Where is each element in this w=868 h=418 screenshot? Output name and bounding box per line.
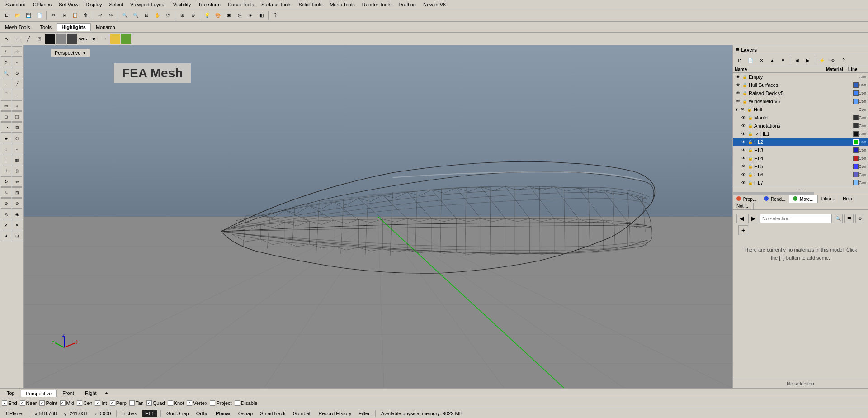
osnap-int[interactable]: ✓ Int [95,400,107,406]
status-smart-track[interactable]: SmartTrack [258,411,287,416]
layer-row-hl2[interactable]: 👁 🔒 HL2 Con [733,138,868,146]
tool-annot[interactable]: T [1,155,11,165]
tb2-arrow[interactable]: → [99,34,109,44]
toolbar-snap[interactable]: ⊕ [188,10,198,20]
menu-viewport-layout[interactable]: Viewport Layout [127,1,170,8]
layer-lock-hull[interactable]: 🔒 [746,106,753,113]
vp-tab-top[interactable]: Top [2,390,20,397]
layer-row-hl4[interactable]: 👁 🔒 HL4 Con [733,154,868,162]
tool-scale[interactable]: ⤡ [1,187,11,198]
layer-lock-hl5[interactable]: 🔒 [747,163,753,170]
toolbar-zoom-in[interactable]: 🔍 [120,10,130,20]
layers-hscroll[interactable] [733,192,868,195]
vp-tab-perspective[interactable]: Perspective [21,390,57,397]
toolbar-delete[interactable]: 🗑 [81,10,91,20]
osnap-cen[interactable]: ✓ Cen [77,400,92,406]
layer-lock-empty[interactable]: 🔒 [741,74,748,80]
nav-forward-btn[interactable]: ▶ [748,214,758,223]
tb2-3[interactable]: ╱ [24,34,33,44]
menu-standard[interactable]: Standard [2,1,29,8]
osnap-quad[interactable]: ✓ Quad [146,400,165,406]
tb2-abc[interactable]: ABC [78,34,88,44]
menu-set-view[interactable]: Set View [55,1,82,8]
tool-surface1[interactable]: ◻ [1,111,11,122]
tool-extra4[interactable]: ⊡ [12,231,22,241]
tool-rect[interactable]: ▭ [1,100,11,111]
layer-row-hl1[interactable]: 👁 🔒 ✓ HL1 Con [733,130,868,138]
menu-cplanes[interactable]: CPlanes [29,1,56,8]
tool-extra3[interactable]: ★ [1,231,11,241]
vp-tab-add[interactable]: + [103,390,111,396]
toolbar-save[interactable]: 💾 [24,10,33,20]
tab-notifications[interactable]: Notif... [733,203,754,209]
toolbar-lights[interactable]: 💡 [202,10,212,20]
status-ortho[interactable]: Ortho [194,411,211,416]
tool-arc[interactable]: ⌒ [1,90,11,100]
viewport-label[interactable]: Perspective [51,49,90,57]
menu-transform[interactable]: Transform [194,1,224,8]
tb2-1[interactable]: ↖ [2,34,12,44]
layer-row-mould[interactable]: 👁 🔒 Mould Con [733,114,868,122]
layer-lock-windshield[interactable]: 🔒 [741,98,748,104]
layer-down-btn[interactable]: ▼ [778,55,788,65]
tool-pan[interactable]: ↔ [12,57,22,67]
tool-extra1[interactable]: ✔ [1,220,11,230]
layer-eye-hl1[interactable]: 👁 [740,131,746,137]
osnap-project[interactable]: Project [210,400,231,406]
toolbar-layer[interactable]: ◈ [245,10,255,20]
menu-mesh-tools[interactable]: Mesh Tools [326,1,358,8]
hull-collapse-arrow[interactable]: ▼ [735,107,739,112]
tool-surface2[interactable]: ⬚ [12,111,22,122]
layer-lock-hull-surf[interactable]: 🔒 [741,82,748,88]
toolbar-zoom-out[interactable]: 🔍 [131,10,141,20]
layer-delete-btn[interactable]: ✕ [756,55,766,65]
tool-circle[interactable]: ○ [12,100,22,111]
layer-arrow-right[interactable]: ▶ [803,55,813,65]
toolbar-copy[interactable]: ⎘ [59,10,69,20]
layer-row-hl6[interactable]: 👁 🔒 HL6 Con [733,171,868,179]
search-btn[interactable]: 🔍 [834,214,843,223]
layer-eye-hl3[interactable]: 👁 [740,147,746,153]
layer-lock-raised-deck[interactable]: 🔒 [741,90,748,96]
tool-array[interactable]: ⊞ [12,187,22,198]
layer-row-hull-surfaces[interactable]: 👁 🔒 Hull Surfaces Con [733,81,868,89]
tab-properties[interactable]: Prop... [733,195,760,203]
tb2-6[interactable] [56,34,66,44]
layers-scroll-arrow[interactable]: ⌄⌄ [733,186,868,192]
toolbar-zoom-window[interactable]: ⊡ [142,10,151,20]
tool-move[interactable]: ✛ [1,166,11,176]
tb2-color2[interactable] [121,34,131,44]
menu-new-in-v6[interactable]: New in V6 [420,1,449,8]
layer-eye-windshield[interactable]: 👁 [735,98,741,104]
tab-library[interactable]: Libra... [818,195,840,203]
osnap-knot[interactable]: Knot [168,400,184,406]
layer-eye-hull-surf[interactable]: 👁 [735,82,741,88]
layer-eye-empty[interactable]: 👁 [735,74,741,80]
layer-lock-hl1[interactable]: 🔒 [747,131,753,137]
layer-eye-hl2[interactable]: 👁 [740,139,746,145]
tool-boolean2[interactable]: ⊖ [12,198,22,209]
layer-eye-hl6[interactable]: 👁 [740,171,746,178]
layer-eye-hl7[interactable]: 👁 [740,180,746,186]
osnap-perp[interactable]: ✓ Perp [110,400,127,406]
tb2-2[interactable]: ⊿ [13,34,23,44]
layer-lock-mould[interactable]: 🔒 [747,114,753,121]
tool-render-btn[interactable]: ◎ [1,209,11,219]
layer-lock-annotations[interactable]: 🔒 [747,123,753,129]
toolbar-rotate[interactable]: ⟳ [163,10,173,20]
tool-dim2[interactable]: ↔ [12,144,22,154]
layer-eye-annotations[interactable]: 👁 [740,123,746,129]
tool-line[interactable]: ╱ [12,79,22,89]
menu-btn[interactable]: ☰ [844,214,854,223]
layer-row-hl5[interactable]: 👁 🔒 HL5 Con [733,162,868,171]
tool-solid1[interactable]: ◈ [1,133,11,143]
tool-select2[interactable]: ⊹ [12,46,22,57]
menu-drafting[interactable]: Drafting [395,1,420,8]
menu-visibility[interactable]: Visibility [170,1,195,8]
toolbar-grid[interactable]: ⊞ [177,10,187,20]
tab-materials[interactable]: Mate... [789,195,817,203]
add-material-button[interactable]: + [738,225,748,235]
layer-row-annotations[interactable]: 👁 🔒 Annotations Con [733,122,868,130]
layer-eye-hl4[interactable]: 👁 [740,155,746,162]
tab-help[interactable]: Help [839,195,856,203]
